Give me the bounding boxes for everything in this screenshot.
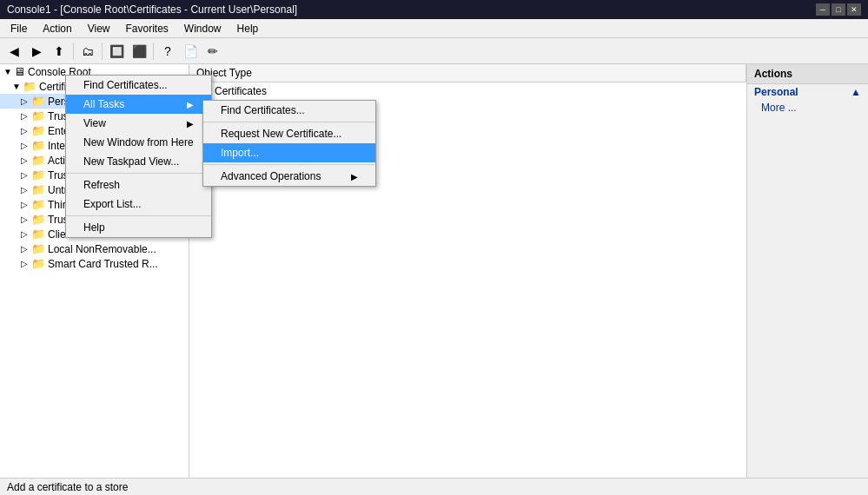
actions-section-title: Personal [754, 86, 798, 98]
tree-arrow: ▷ [21, 141, 31, 150]
actions-section-personal[interactable]: Personal ▲ [747, 84, 868, 100]
menu-view[interactable]: View [81, 21, 117, 36]
tree-arrow: ▷ [21, 96, 31, 106]
tree-icon-client: 📁 [31, 228, 45, 241]
tree-icon-local: 📁 [31, 242, 45, 255]
tree-arrow: ▷ [21, 229, 31, 239]
tree-arrow: ▷ [21, 111, 31, 121]
actions-section-arrow: ▲ [851, 86, 861, 98]
ctx-new-taskpad[interactable]: New Taskpad View... [66, 152, 211, 171]
content-row[interactable]: 📁 Certificates [189, 82, 746, 100]
toolbar-sep-1 [73, 43, 74, 60]
tree-arrow: ▼ [12, 82, 23, 91]
content-header: Object Type [189, 64, 746, 82]
ctx-sep-1 [66, 173, 211, 174]
tree-arrow: ▷ [21, 214, 31, 224]
ctx-view-label: View [83, 117, 106, 129]
toolbar-extra[interactable]: 📄 [180, 42, 201, 61]
tree-item-smartcard[interactable]: ▷ 📁 Smart Card Trusted R... [0, 256, 189, 271]
actions-panel: Actions Personal ▲ More ... [746, 64, 868, 478]
context-menu: Find Certificates... All Tasks ▶ View ▶ … [65, 75, 212, 238]
content-row-label: Certificates [215, 85, 267, 97]
sub-request-label: Request New Certificate... [221, 128, 341, 140]
ctx-export-list[interactable]: Export List... [66, 195, 211, 214]
menu-file[interactable]: File [3, 21, 34, 36]
tree-icon-smart: 📁 [31, 257, 45, 270]
title-bar-controls: ─ □ ✕ [816, 3, 861, 16]
actions-header: Actions [747, 64, 868, 84]
close-button[interactable]: ✕ [847, 3, 861, 16]
toolbar-sep-3 [153, 43, 154, 60]
tree-icon-trusted-pub: 📁 [31, 168, 45, 182]
ctx-new-taskpad-label: New Taskpad View... [83, 155, 179, 168]
ctx-new-window-label: New Window from Here [83, 136, 194, 148]
sub-find-cert-label: Find Certificates... [221, 104, 305, 116]
tree-arrow: ▷ [21, 259, 31, 268]
sub-advanced-ops[interactable]: Advanced Operations ▶ [203, 167, 375, 186]
menu-action[interactable]: Action [36, 21, 78, 36]
tree-icon-console: 🖥 [14, 65, 25, 78]
menu-favorites[interactable]: Favorites [119, 21, 176, 36]
sub-import[interactable]: Import... [203, 143, 375, 162]
toolbar-forward[interactable]: ▶ [26, 42, 47, 61]
menu-window[interactable]: Window [177, 21, 229, 36]
toolbar-show-hide[interactable]: 🗂 [77, 42, 98, 61]
tree-icon-cert: 📁 [23, 80, 36, 93]
ctx-find-cert-label: Find Certificates... [83, 79, 168, 91]
toolbar-new[interactable]: 🔲 [106, 42, 127, 61]
tree-icon-personal: 📁 [31, 95, 45, 108]
column-object-type: Object Type [189, 64, 746, 82]
toolbar-properties[interactable]: ⬛ [129, 42, 149, 61]
sub-request-new[interactable]: Request New Certificate... [203, 124, 375, 143]
tree-arrow: ▷ [21, 200, 31, 209]
tree-icon-trusted-people: 📁 [31, 213, 45, 226]
sub-find-certificates[interactable]: Find Certificates... [203, 101, 375, 120]
ctx-view-arrow: ▶ [187, 119, 194, 129]
toolbar: ◀ ▶ ⬆ 🗂 🔲 ⬛ ? 📄 ✏ [0, 38, 868, 64]
ctx-all-tasks-arrow: ▶ [187, 100, 194, 109]
ctx-export-label: Export List... [83, 198, 142, 210]
ctx-all-tasks[interactable]: All Tasks ▶ [66, 95, 211, 114]
sub-sep-2 [203, 164, 375, 165]
menu-bar: File Action View Favorites Window Help [0, 19, 868, 38]
tree-icon-untrusted: 📁 [31, 183, 45, 196]
actions-more-link[interactable]: More ... [747, 100, 868, 116]
title-bar-title: Console1 - [Console Root\Certificates - … [7, 3, 297, 16]
status-text: Add a certificate to a store [7, 481, 128, 493]
ctx-view[interactable]: View ▶ [66, 114, 211, 133]
menu-help[interactable]: Help [230, 21, 266, 36]
status-bar: Add a certificate to a store [0, 478, 868, 495]
minimize-button[interactable]: ─ [816, 3, 830, 16]
ctx-refresh[interactable]: Refresh [66, 175, 211, 195]
tree-arrow: ▷ [21, 185, 31, 195]
submenu-all-tasks: Find Certificates... Request New Certifi… [202, 100, 376, 187]
tree-icon-intermediate: 📁 [31, 139, 45, 152]
ctx-help-label: Help [83, 221, 105, 234]
tree-label-local: Local NonRemovable... [48, 243, 156, 255]
tree-arrow: ▷ [21, 244, 31, 254]
sub-advanced-arrow: ▶ [351, 172, 358, 182]
tree-arrow: ▷ [21, 170, 31, 180]
tree-label-smart: Smart Card Trusted R... [48, 258, 158, 270]
tree-icon-trusted-root: 📁 [31, 109, 45, 122]
ctx-new-window[interactable]: New Window from Here [66, 133, 211, 152]
sub-import-label: Import... [221, 147, 259, 159]
toolbar-help[interactable]: ? [157, 42, 178, 61]
ctx-help[interactable]: Help [66, 218, 211, 237]
toolbar-edit[interactable]: ✏ [202, 42, 223, 61]
tree-arrow: ▼ [3, 67, 14, 76]
maximize-button[interactable]: □ [832, 3, 845, 16]
toolbar-up[interactable]: ⬆ [49, 42, 70, 61]
toolbar-back[interactable]: ◀ [3, 42, 24, 61]
title-bar: Console1 - [Console Root\Certificates - … [0, 0, 868, 19]
tree-arrow: ▷ [21, 155, 31, 165]
ctx-all-tasks-label: All Tasks [83, 98, 124, 110]
ctx-refresh-label: Refresh [83, 179, 120, 191]
toolbar-sep-2 [102, 43, 103, 60]
ctx-find-certificates[interactable]: Find Certificates... [66, 76, 211, 95]
tree-icon-third: 📁 [31, 198, 45, 211]
sub-sep-1 [203, 122, 375, 122]
tree-item-local[interactable]: ▷ 📁 Local NonRemovable... [0, 241, 189, 256]
sub-advanced-label: Advanced Operations [221, 170, 321, 182]
ctx-sep-2 [66, 215, 211, 216]
